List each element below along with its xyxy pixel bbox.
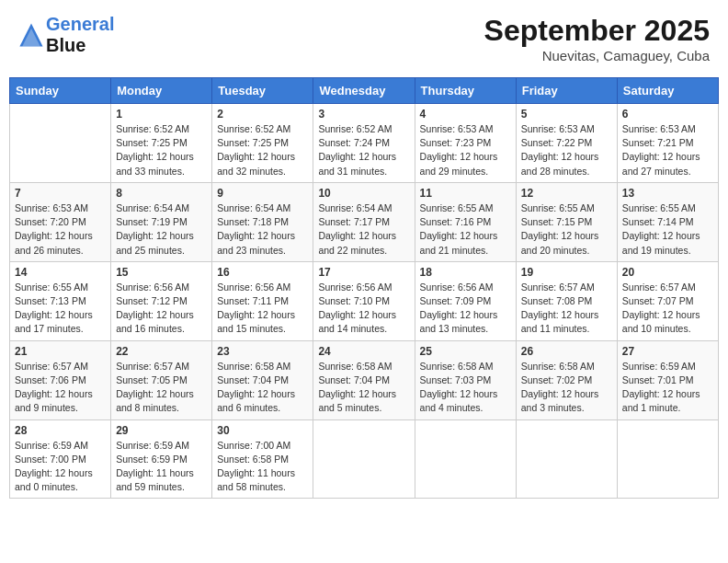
calendar-cell xyxy=(313,419,415,499)
calendar-cell: 19Sunrise: 6:57 AMSunset: 7:08 PMDayligh… xyxy=(516,261,617,340)
calendar-cell xyxy=(516,419,617,499)
day-number: 30 xyxy=(217,424,308,437)
day-number: 28 xyxy=(15,424,106,437)
calendar-cell: 4Sunrise: 6:53 AMSunset: 7:23 PMDaylight… xyxy=(415,104,516,183)
calendar-cell: 30Sunrise: 7:00 AMSunset: 6:58 PMDayligh… xyxy=(212,419,313,499)
day-number: 13 xyxy=(622,187,713,200)
calendar-cell: 20Sunrise: 6:57 AMSunset: 7:07 PMDayligh… xyxy=(617,261,718,340)
calendar-cell: 13Sunrise: 6:55 AMSunset: 7:14 PMDayligh… xyxy=(617,182,718,261)
calendar-cell: 29Sunrise: 6:59 AMSunset: 6:59 PMDayligh… xyxy=(111,419,212,499)
day-info: Sunrise: 6:53 AMSunset: 7:20 PMDaylight:… xyxy=(15,201,106,258)
calendar-cell: 11Sunrise: 6:55 AMSunset: 7:16 PMDayligh… xyxy=(415,182,516,261)
day-info: Sunrise: 6:55 AMSunset: 7:15 PMDaylight:… xyxy=(521,201,612,258)
day-number: 12 xyxy=(521,187,612,200)
day-number: 5 xyxy=(521,108,612,121)
day-info: Sunrise: 6:56 AMSunset: 7:12 PMDaylight:… xyxy=(116,281,207,337)
day-info: Sunrise: 6:53 AMSunset: 7:21 PMDaylight:… xyxy=(622,122,713,178)
weekday-header-wednesday: Wednesday xyxy=(313,78,415,104)
day-info: Sunrise: 6:57 AMSunset: 7:07 PMDaylight:… xyxy=(622,281,713,337)
weekday-header-row: SundayMondayTuesdayWednesdayThursdayFrid… xyxy=(10,78,719,104)
day-info: Sunrise: 6:52 AMSunset: 7:25 PMDaylight:… xyxy=(116,122,207,178)
calendar-cell: 7Sunrise: 6:53 AMSunset: 7:20 PMDaylight… xyxy=(10,182,111,261)
day-number: 14 xyxy=(15,266,106,279)
day-number: 10 xyxy=(318,187,409,200)
day-number: 4 xyxy=(420,108,511,121)
calendar-cell: 9Sunrise: 6:54 AMSunset: 7:18 PMDaylight… xyxy=(212,182,313,261)
title-block: September 2025 Nuevitas, Camaguey, Cuba xyxy=(484,14,710,63)
weekday-header-sunday: Sunday xyxy=(10,78,111,104)
week-row-2: 7Sunrise: 6:53 AMSunset: 7:20 PMDaylight… xyxy=(10,182,719,261)
calendar-cell: 28Sunrise: 6:59 AMSunset: 7:00 PMDayligh… xyxy=(10,419,111,499)
calendar-cell: 1Sunrise: 6:52 AMSunset: 7:25 PMDaylight… xyxy=(111,104,212,183)
calendar-cell xyxy=(617,419,718,499)
day-number: 22 xyxy=(116,345,207,358)
day-info: Sunrise: 6:58 AMSunset: 7:02 PMDaylight:… xyxy=(521,360,612,416)
day-info: Sunrise: 6:57 AMSunset: 7:08 PMDaylight:… xyxy=(521,281,612,337)
weekday-header-friday: Friday xyxy=(516,78,617,104)
day-number: 7 xyxy=(15,187,106,200)
day-info: Sunrise: 6:56 AMSunset: 7:10 PMDaylight:… xyxy=(318,281,409,337)
calendar-cell: 15Sunrise: 6:56 AMSunset: 7:12 PMDayligh… xyxy=(111,261,212,340)
calendar-cell: 16Sunrise: 6:56 AMSunset: 7:11 PMDayligh… xyxy=(212,261,313,340)
day-info: Sunrise: 6:54 AMSunset: 7:19 PMDaylight:… xyxy=(116,201,207,258)
weekday-header-monday: Monday xyxy=(111,78,212,104)
calendar-cell: 25Sunrise: 6:58 AMSunset: 7:03 PMDayligh… xyxy=(415,340,516,419)
logo-text-general: General xyxy=(46,14,114,34)
calendar-table: SundayMondayTuesdayWednesdayThursdayFrid… xyxy=(9,77,719,499)
calendar-cell: 8Sunrise: 6:54 AMSunset: 7:19 PMDaylight… xyxy=(111,182,212,261)
day-info: Sunrise: 6:53 AMSunset: 7:22 PMDaylight:… xyxy=(521,122,612,178)
week-row-5: 28Sunrise: 6:59 AMSunset: 7:00 PMDayligh… xyxy=(10,419,719,499)
logo-icon xyxy=(18,22,44,48)
calendar-cell: 6Sunrise: 6:53 AMSunset: 7:21 PMDaylight… xyxy=(617,104,718,183)
week-row-3: 14Sunrise: 6:55 AMSunset: 7:13 PMDayligh… xyxy=(10,261,719,340)
day-number: 9 xyxy=(217,187,308,200)
calendar-cell: 17Sunrise: 6:56 AMSunset: 7:10 PMDayligh… xyxy=(313,261,415,340)
calendar-cell: 26Sunrise: 6:58 AMSunset: 7:02 PMDayligh… xyxy=(516,340,617,419)
day-info: Sunrise: 6:53 AMSunset: 7:23 PMDaylight:… xyxy=(420,122,511,178)
day-number: 11 xyxy=(420,187,511,200)
day-info: Sunrise: 6:55 AMSunset: 7:14 PMDaylight:… xyxy=(622,201,713,258)
calendar-cell: 22Sunrise: 6:57 AMSunset: 7:05 PMDayligh… xyxy=(111,340,212,419)
day-number: 18 xyxy=(420,266,511,279)
day-info: Sunrise: 6:59 AMSunset: 7:01 PMDaylight:… xyxy=(622,360,713,416)
day-info: Sunrise: 6:59 AMSunset: 6:59 PMDaylight:… xyxy=(116,439,207,495)
day-info: Sunrise: 6:58 AMSunset: 7:04 PMDaylight:… xyxy=(318,360,409,416)
day-info: Sunrise: 6:58 AMSunset: 7:03 PMDaylight:… xyxy=(420,360,511,416)
calendar-cell: 5Sunrise: 6:53 AMSunset: 7:22 PMDaylight… xyxy=(516,104,617,183)
day-info: Sunrise: 6:56 AMSunset: 7:09 PMDaylight:… xyxy=(420,281,511,337)
day-number: 24 xyxy=(318,345,409,358)
calendar-cell xyxy=(415,419,516,499)
day-number: 15 xyxy=(116,266,207,279)
day-info: Sunrise: 6:54 AMSunset: 7:17 PMDaylight:… xyxy=(318,201,409,258)
page-header: General Blue September 2025 Nuevitas, Ca… xyxy=(9,9,719,68)
day-number: 3 xyxy=(318,108,409,121)
day-number: 25 xyxy=(420,345,511,358)
day-number: 23 xyxy=(217,345,308,358)
day-number: 21 xyxy=(15,345,106,358)
logo: General Blue xyxy=(18,14,114,56)
day-number: 8 xyxy=(116,187,207,200)
day-number: 27 xyxy=(622,345,713,358)
weekday-header-thursday: Thursday xyxy=(415,78,516,104)
week-row-1: 1Sunrise: 6:52 AMSunset: 7:25 PMDaylight… xyxy=(10,104,719,183)
calendar-cell xyxy=(10,104,111,183)
day-number: 2 xyxy=(217,108,308,121)
day-info: Sunrise: 6:57 AMSunset: 7:05 PMDaylight:… xyxy=(116,360,207,416)
calendar-cell: 21Sunrise: 6:57 AMSunset: 7:06 PMDayligh… xyxy=(10,340,111,419)
day-number: 6 xyxy=(622,108,713,121)
day-number: 16 xyxy=(217,266,308,279)
week-row-4: 21Sunrise: 6:57 AMSunset: 7:06 PMDayligh… xyxy=(10,340,719,419)
day-info: Sunrise: 6:52 AMSunset: 7:25 PMDaylight:… xyxy=(217,122,308,178)
day-info: Sunrise: 6:58 AMSunset: 7:04 PMDaylight:… xyxy=(217,360,308,416)
day-info: Sunrise: 6:59 AMSunset: 7:00 PMDaylight:… xyxy=(15,439,106,495)
calendar-cell: 18Sunrise: 6:56 AMSunset: 7:09 PMDayligh… xyxy=(415,261,516,340)
logo-text-blue: Blue xyxy=(46,35,114,56)
day-number: 29 xyxy=(116,424,207,437)
day-number: 17 xyxy=(318,266,409,279)
day-info: Sunrise: 6:55 AMSunset: 7:13 PMDaylight:… xyxy=(15,281,106,337)
calendar-cell: 27Sunrise: 6:59 AMSunset: 7:01 PMDayligh… xyxy=(617,340,718,419)
month-title: September 2025 xyxy=(484,14,710,48)
day-info: Sunrise: 6:52 AMSunset: 7:24 PMDaylight:… xyxy=(318,122,409,178)
calendar-cell: 24Sunrise: 6:58 AMSunset: 7:04 PMDayligh… xyxy=(313,340,415,419)
weekday-header-saturday: Saturday xyxy=(617,78,718,104)
